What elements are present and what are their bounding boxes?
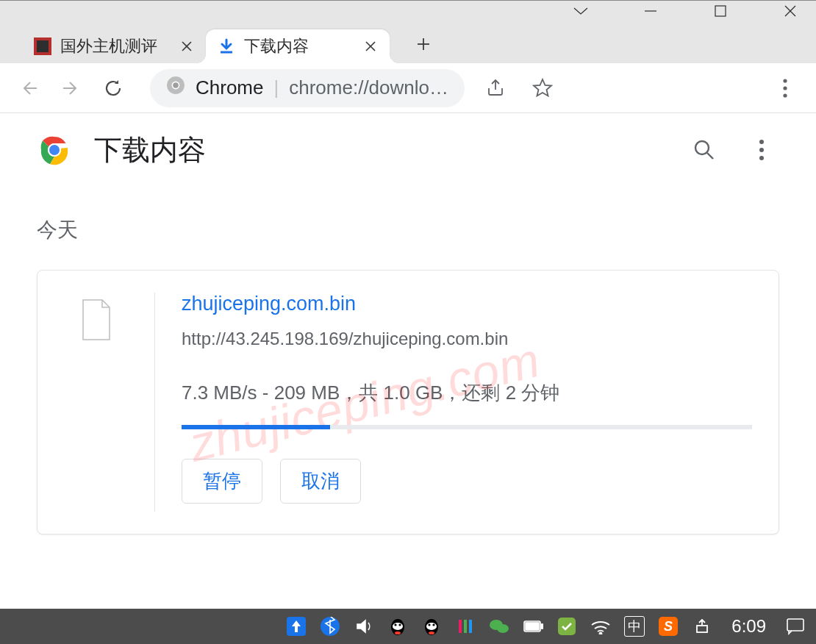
wifi-icon[interactable] bbox=[590, 616, 611, 637]
download-progress-bar bbox=[182, 425, 330, 429]
svg-point-38 bbox=[426, 623, 437, 630]
share-button[interactable] bbox=[479, 72, 512, 104]
maximize-button[interactable] bbox=[702, 1, 739, 21]
svg-point-17 bbox=[173, 82, 179, 88]
svg-point-40 bbox=[433, 623, 435, 626]
search-downloads-button[interactable] bbox=[687, 132, 722, 168]
svg-point-25 bbox=[695, 141, 709, 154]
svg-point-28 bbox=[759, 148, 764, 152]
minimize-button[interactable] bbox=[632, 1, 669, 21]
downloads-content: zhujiceping.com 今天 zhujiceping.com.bin h… bbox=[0, 187, 816, 534]
svg-text:S: S bbox=[664, 619, 673, 634]
page-header: 下载内容 bbox=[0, 113, 816, 187]
tab-active[interactable]: 下载内容 bbox=[206, 29, 390, 63]
tray-overflow-icon[interactable] bbox=[692, 616, 712, 637]
svg-point-33 bbox=[393, 623, 403, 630]
svg-marker-18 bbox=[534, 79, 551, 96]
tab-title-inactive: 国外主机测评 bbox=[60, 35, 171, 57]
page-title: 下载内容 bbox=[94, 132, 206, 169]
chrome-favicon-icon bbox=[166, 76, 185, 100]
reload-button[interactable] bbox=[97, 72, 129, 104]
action-center-icon[interactable] bbox=[785, 616, 806, 637]
tab-title-active: 下载内容 bbox=[244, 35, 354, 57]
download-body: zhujiceping.com.bin http://43.245.198.16… bbox=[155, 293, 779, 512]
qq-icon-1[interactable] bbox=[387, 616, 408, 637]
svg-rect-49 bbox=[526, 623, 539, 630]
sogou-ime-icon[interactable]: S bbox=[658, 616, 679, 637]
download-icon-column bbox=[37, 293, 155, 512]
svg-point-41 bbox=[429, 632, 434, 634]
tray-check-green-icon[interactable] bbox=[556, 616, 577, 637]
back-button[interactable] bbox=[15, 72, 47, 104]
browser-toolbar: Chrome | chrome://downlo… bbox=[0, 63, 816, 113]
chrome-logo-icon bbox=[37, 132, 72, 168]
caption-chevron[interactable] bbox=[562, 1, 599, 21]
svg-point-51 bbox=[600, 633, 602, 635]
download-progress bbox=[182, 425, 752, 429]
download-filename[interactable]: zhujiceping.com.bin bbox=[182, 293, 752, 315]
svg-point-36 bbox=[395, 632, 401, 634]
svg-point-24 bbox=[49, 145, 60, 155]
bluetooth-icon[interactable] bbox=[320, 616, 340, 637]
taskbar-clock[interactable]: 6:09 bbox=[726, 616, 772, 637]
svg-rect-44 bbox=[469, 620, 472, 633]
favicon-inactive bbox=[34, 37, 51, 55]
address-bar[interactable]: Chrome | chrome://downlo… bbox=[150, 69, 465, 107]
tab-inactive[interactable]: 国外主机测评 bbox=[22, 29, 206, 63]
forward-button[interactable] bbox=[53, 72, 85, 104]
tray-colorbars-icon[interactable] bbox=[455, 616, 476, 637]
ime-indicator[interactable]: 中 bbox=[624, 616, 645, 637]
svg-point-27 bbox=[759, 140, 764, 144]
svg-rect-55 bbox=[787, 619, 804, 631]
download-arrow-icon bbox=[218, 37, 235, 55]
download-card: zhujiceping.com.bin http://43.245.198.16… bbox=[37, 270, 779, 534]
bookmark-star-button[interactable] bbox=[526, 72, 559, 104]
svg-line-26 bbox=[707, 153, 713, 159]
download-source-url: http://43.245.198.169/zhujiceping.com.bi… bbox=[182, 329, 752, 349]
browser-menu-button[interactable] bbox=[769, 72, 801, 104]
pause-button[interactable]: 暂停 bbox=[182, 459, 262, 504]
svg-rect-5 bbox=[37, 40, 49, 52]
file-icon bbox=[79, 298, 114, 512]
svg-point-20 bbox=[783, 86, 787, 90]
qq-icon-2[interactable] bbox=[421, 616, 442, 637]
svg-point-46 bbox=[497, 624, 509, 633]
system-taskbar: 中 S 6:09 bbox=[0, 609, 816, 644]
tab-strip: 国外主机测评 下载内容 bbox=[0, 21, 816, 63]
svg-rect-42 bbox=[459, 620, 462, 633]
svg-rect-1 bbox=[715, 6, 726, 16]
omnibox-url: chrome://downlo… bbox=[289, 76, 448, 99]
battery-icon[interactable] bbox=[523, 616, 543, 637]
page-menu-button[interactable] bbox=[744, 132, 779, 168]
svg-rect-50 bbox=[558, 618, 576, 635]
svg-point-34 bbox=[395, 623, 397, 626]
system-tray: 中 S 6:09 bbox=[286, 616, 806, 637]
volume-icon[interactable] bbox=[354, 616, 374, 637]
close-window-button[interactable] bbox=[772, 1, 809, 21]
omnibox-chip: Chrome bbox=[196, 76, 263, 99]
download-actions: 暂停 取消 bbox=[182, 459, 752, 504]
tab-close-inactive[interactable] bbox=[179, 39, 194, 54]
new-tab-button[interactable] bbox=[412, 32, 435, 56]
svg-point-29 bbox=[759, 156, 764, 160]
svg-rect-43 bbox=[464, 620, 467, 633]
tab-close-active[interactable] bbox=[363, 39, 378, 54]
svg-point-35 bbox=[399, 623, 401, 626]
svg-point-19 bbox=[783, 79, 787, 82]
download-status: 7.3 MB/s - 209 MB，共 1.0 GB，还剩 2 分钟 bbox=[182, 380, 752, 406]
tray-app-blue-icon[interactable] bbox=[286, 616, 307, 637]
cancel-button[interactable]: 取消 bbox=[280, 459, 361, 504]
window-titlebar bbox=[0, 1, 816, 21]
omnibox-separator: | bbox=[273, 76, 279, 99]
section-today-label: 今天 bbox=[37, 216, 779, 244]
svg-rect-54 bbox=[697, 626, 707, 632]
wechat-icon[interactable] bbox=[489, 616, 509, 637]
svg-rect-48 bbox=[541, 624, 543, 629]
svg-point-21 bbox=[783, 93, 787, 97]
svg-point-39 bbox=[429, 623, 431, 626]
